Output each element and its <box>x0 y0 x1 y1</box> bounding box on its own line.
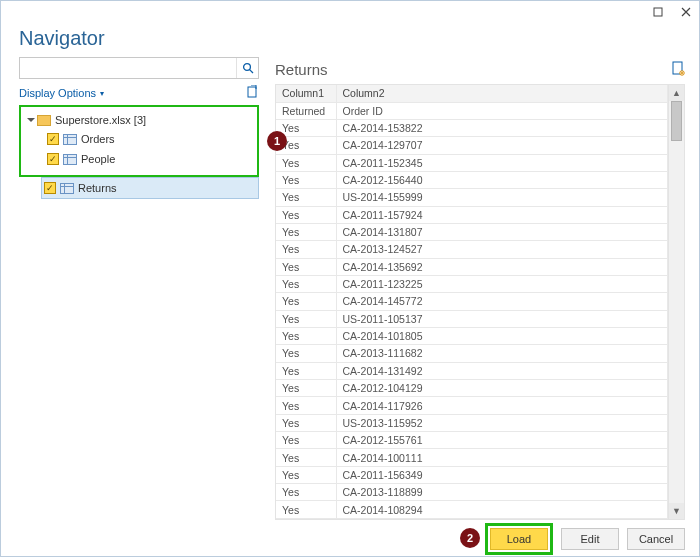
table-row[interactable]: YesCA-2013-124527 <box>276 241 668 258</box>
grid-cell: CA-2014-153822 <box>336 119 668 136</box>
table-row[interactable]: YesCA-2014-117926 <box>276 397 668 414</box>
grid-cell: Yes <box>276 362 336 379</box>
grid-cell: Yes <box>276 189 336 206</box>
annotation-badge-2: 2 <box>460 528 480 548</box>
preview-pane: Returns Column1 Column2 ReturnedOrder ID… <box>271 57 699 520</box>
table-row[interactable]: YesUS-2014-155999 <box>276 189 668 206</box>
scroll-thumb[interactable] <box>671 101 682 141</box>
object-tree: Superstore.xlsx [3] ✓ Orders ✓ People 1 <box>19 105 259 199</box>
table-row[interactable]: YesCA-2014-100111 <box>276 449 668 466</box>
display-options-dropdown[interactable]: Display Options ▾ <box>19 87 104 99</box>
grid-cell: CA-2013-111682 <box>336 345 668 362</box>
grid-cell: Yes <box>276 501 336 519</box>
table-row[interactable]: ReturnedOrder ID <box>276 102 668 119</box>
grid-cell: Returned <box>276 102 336 119</box>
grid-cell: US-2013-115952 <box>336 414 668 431</box>
grid-cell: CA-2012-155761 <box>336 432 668 449</box>
table-row[interactable]: YesCA-2012-104129 <box>276 380 668 397</box>
grid-cell: Order ID <box>336 102 668 119</box>
header: Navigator <box>1 23 699 58</box>
grid-cell: Yes <box>276 171 336 188</box>
grid-cell: Yes <box>276 275 336 292</box>
grid-cell: CA-2012-104129 <box>336 380 668 397</box>
search-icon[interactable] <box>236 58 258 78</box>
tree-sheet-orders[interactable]: ✓ Orders <box>23 129 255 149</box>
grid-cell: Yes <box>276 310 336 327</box>
grid-col-header[interactable]: Column2 <box>336 85 668 102</box>
grid-cell: Yes <box>276 206 336 223</box>
cancel-button[interactable]: Cancel <box>627 528 685 550</box>
table-row[interactable]: YesUS-2011-105137 <box>276 310 668 327</box>
grid-cell: Yes <box>276 154 336 171</box>
grid-cell: CA-2013-118899 <box>336 484 668 501</box>
preview-title: Returns <box>275 61 328 78</box>
table-row[interactable]: YesCA-2012-155761 <box>276 432 668 449</box>
grid-cell: CA-2011-152345 <box>336 154 668 171</box>
table-icon <box>60 183 74 194</box>
table-row[interactable]: YesCA-2014-131492 <box>276 362 668 379</box>
checkbox-checked-icon[interactable]: ✓ <box>47 133 59 145</box>
table-row[interactable]: YesCA-2011-152345 <box>276 154 668 171</box>
grid-cell: CA-2014-145772 <box>336 293 668 310</box>
tree-sheet-label: Returns <box>78 182 117 194</box>
load-button[interactable]: Load <box>490 528 548 550</box>
scroll-up-icon[interactable]: ▲ <box>669 85 684 101</box>
tree-sheet-returns[interactable]: ✓ Returns <box>41 177 259 199</box>
titlebar <box>1 1 699 23</box>
annotation-badge-1: 1 <box>267 131 287 151</box>
grid-cell: US-2011-105137 <box>336 310 668 327</box>
vertical-scrollbar[interactable]: ▲ ▼ <box>668 85 684 519</box>
checkbox-checked-icon[interactable]: ✓ <box>44 182 56 194</box>
checkbox-checked-icon[interactable]: ✓ <box>47 153 59 165</box>
grid-cell: Yes <box>276 449 336 466</box>
table-icon <box>63 154 77 165</box>
table-row[interactable]: YesCA-2014-108294 <box>276 501 668 519</box>
close-icon[interactable] <box>679 5 693 19</box>
table-row[interactable]: YesCA-2014-153822 <box>276 119 668 136</box>
grid-cell: CA-2012-156440 <box>336 171 668 188</box>
navigator-dialog: Navigator Display Options ▾ <box>0 0 700 557</box>
preview-action-icon[interactable] <box>672 61 685 78</box>
grid-cell: Yes <box>276 397 336 414</box>
table-row[interactable]: YesCA-2014-135692 <box>276 258 668 275</box>
grid-cell: CA-2014-131492 <box>336 362 668 379</box>
table-row[interactable]: YesCA-2014-131807 <box>276 223 668 240</box>
table-icon <box>63 134 77 145</box>
grid-cell: CA-2011-157924 <box>336 206 668 223</box>
grid-cell: Yes <box>276 345 336 362</box>
grid-col-header[interactable]: Column1 <box>276 85 336 102</box>
grid-cell: Yes <box>276 484 336 501</box>
preview-grid: Column1 Column2 ReturnedOrder IDYesCA-20… <box>276 85 668 519</box>
edit-button[interactable]: Edit <box>561 528 619 550</box>
grid-cell: CA-2014-117926 <box>336 397 668 414</box>
tree-file-node[interactable]: Superstore.xlsx [3] <box>23 111 255 129</box>
table-row[interactable]: YesCA-2013-118899 <box>276 484 668 501</box>
chevron-down-icon: ▾ <box>100 89 104 98</box>
refresh-icon[interactable] <box>246 85 259 101</box>
table-row[interactable]: YesCA-2011-123225 <box>276 275 668 292</box>
table-row[interactable]: YesCA-2014-101805 <box>276 327 668 344</box>
grid-cell: Yes <box>276 432 336 449</box>
table-row[interactable]: YesCA-2012-156440 <box>276 171 668 188</box>
table-row[interactable]: YesCA-2011-156349 <box>276 466 668 483</box>
table-row[interactable]: YesCA-2013-111682 <box>276 345 668 362</box>
grid-cell: CA-2014-129707 <box>336 137 668 154</box>
expand-icon[interactable] <box>651 5 665 19</box>
expand-triangle-icon[interactable] <box>27 118 35 122</box>
grid-cell: Yes <box>276 293 336 310</box>
table-row[interactable]: YesCA-2011-157924 <box>276 206 668 223</box>
grid-header-row: Column1 Column2 <box>276 85 668 102</box>
table-row[interactable]: YesCA-2014-129707 <box>276 137 668 154</box>
preview-grid-container: Column1 Column2 ReturnedOrder IDYesCA-20… <box>275 84 685 520</box>
grid-cell: CA-2014-131807 <box>336 223 668 240</box>
scroll-down-icon[interactable]: ▼ <box>669 503 684 519</box>
search-box[interactable] <box>19 57 259 79</box>
grid-cell: Yes <box>276 414 336 431</box>
table-row[interactable]: YesCA-2014-145772 <box>276 293 668 310</box>
tree-sheet-people[interactable]: ✓ People <box>23 149 255 169</box>
table-row[interactable]: YesUS-2013-115952 <box>276 414 668 431</box>
svg-line-2 <box>249 70 252 73</box>
search-input[interactable] <box>20 58 236 78</box>
grid-cell: Yes <box>276 258 336 275</box>
grid-cell: CA-2014-101805 <box>336 327 668 344</box>
